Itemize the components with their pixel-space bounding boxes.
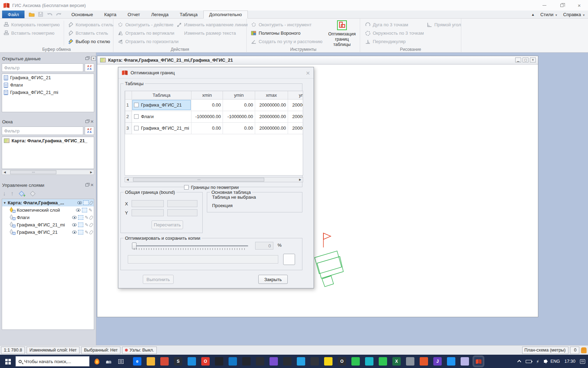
editable-layer-indicator[interactable]: Изменяемый слой: Нет [27,347,79,354]
geometry-bounds-checkbox[interactable] [184,185,189,190]
contour-action-button[interactable]: Оконтурить - действие [116,20,180,29]
color-picker-button[interactable] [283,254,295,265]
close-button[interactable]: × [570,0,588,11]
taskbar-app-icon-app-gray[interactable] [406,357,414,366]
taskbar-app-icon-app-dark-2[interactable] [215,357,223,366]
taskbar-search[interactable]: Чтобы начать поиск,... [15,356,90,367]
move-layer-down-icon[interactable]: ↓ [3,191,6,197]
circle-3-points-button[interactable]: Окружность по 3 точкам [364,29,425,37]
list-item[interactable]: Графика_ФГИС_21_mi [2,89,94,96]
layer-row[interactable]: Графика_ФГИС_21 ✎ [2,229,94,236]
map-restore-icon[interactable]: ▢ [523,57,528,62]
battery-icon[interactable] [526,360,532,363]
projection-indicator[interactable]: План-схема (метры) [522,347,568,354]
taskbar-app-icon-app-purple[interactable] [270,357,278,366]
scale-indicator[interactable]: 1:1 780.8 [1,347,25,354]
selected-indicator[interactable]: Выбранный: Нет [81,347,120,354]
taskbar-app-icon-browser-edge[interactable]: e [133,357,141,366]
horizontal-scrollbar[interactable]: ◀ ▶ [2,170,94,175]
tab-osnovnye[interactable]: Основные [66,11,99,18]
run-button[interactable]: Выполнить [143,275,174,284]
paste-style-button[interactable]: Вставить стиль [66,29,115,37]
nodes-indicator[interactable]: Узлы: Выкл. [122,347,157,354]
layer-row[interactable]: Графика_ФГИС_21_mi ✎ [2,221,94,229]
dialog-titlebar[interactable]: Оптимизация границ [118,67,314,79]
visibility-eye-icon[interactable] [72,216,77,219]
tab-tablica[interactable]: Таблица [174,11,203,18]
taskbar-app-icon-whatsapp[interactable] [351,357,360,366]
file-menu-button[interactable]: Файл [2,11,24,18]
taskbar-app-icon-app-dark-4[interactable] [310,357,319,366]
expand-icon[interactable]: ▼ [3,201,6,205]
taskbar-app-icon-app-yellow[interactable] [324,357,332,366]
layers-tree-root[interactable]: ▼ Карта: Флаги,Графика_... [2,199,94,206]
voronoi-polygons-button[interactable]: Полигоны Вороного [250,29,324,37]
taskbar-app-icon-gis-axioma-active[interactable] [474,357,483,366]
clock[interactable]: 17:30 [565,359,575,364]
selection-box-icon[interactable] [82,208,87,212]
task-view-icon[interactable] [116,356,125,367]
styles-menu[interactable]: Стили▼ [540,12,558,17]
perpendicular-button[interactable]: Перпендикуляр [364,37,425,46]
taskbar-app-icon-app-dark-circle-2[interactable]: O [338,357,346,366]
selection-box-icon[interactable] [78,230,83,234]
close-panel-icon[interactable]: ✕ [90,120,94,123]
xmax-input[interactable] [167,200,197,207]
tab-legenda[interactable]: Легенда [146,11,174,18]
power-icon[interactable]: ⚡ [536,359,539,364]
open-folder-icon[interactable] [28,11,35,18]
float-panel-icon[interactable] [85,184,89,186]
taskbar-app-icon-app-blue-2[interactable] [447,357,455,366]
copy-geometry-button[interactable]: Копировать геометрию [2,20,61,29]
create-by-angle-distance-button[interactable]: Создать по углу и расстоянию [250,37,324,46]
col-header-xmax[interactable]: xmax [255,91,288,99]
ymax-input[interactable] [167,209,197,216]
taskbar-app-icon-app-dark-red[interactable] [283,357,292,366]
tab-otchet[interactable]: Отчет [122,11,146,18]
visibility-eye-icon[interactable] [76,209,80,212]
taskbar-app-icon-app-orange[interactable] [420,357,428,366]
change-line-direction-button[interactable]: Изменить направление линии [175,20,249,29]
flip-horizontal-button[interactable]: Отразить по горизонтали [116,37,180,46]
map-close-icon[interactable]: ✕ [530,57,536,62]
col-header-xmin[interactable]: xmin [191,91,223,99]
map-minimize-icon[interactable]: ▁ [515,57,521,62]
select-by-style-button[interactable]: Выбор по стилю [66,37,115,46]
paste-geometry-button[interactable]: Вставить геометрию [2,29,61,37]
flip-vertical-button[interactable]: Отразить по вертикали [116,29,180,37]
sort-az-icon[interactable]: A ZZ A [85,63,94,72]
taskbar-app-icon-app-teal[interactable] [365,357,373,366]
edit-pencil-icon[interactable]: ✎ [89,207,92,213]
xmin-input[interactable] [132,200,164,207]
scroll-left-icon[interactable]: ◀ [125,177,130,182]
collapse-ribbon-icon[interactable]: ▲ [531,13,535,16]
visibility-eye-icon[interactable] [77,201,82,204]
taskbar-app-icon-excel[interactable]: X [392,357,401,366]
ymin-input[interactable] [132,209,164,216]
scroll-thumb[interactable] [10,170,56,174]
float-panel-icon[interactable] [85,57,89,60]
scroll-right-icon[interactable]: ▶ [89,170,94,175]
highlights-flame-icon[interactable] [92,356,102,367]
list-item[interactable]: Графика_ФГИС_21 [2,74,94,81]
optimize-table-bounds-button[interactable]: Оптимизация границ таблицы [326,20,358,48]
taskbar-app-icon-app-lavender[interactable] [461,357,469,366]
visibility-eye-icon[interactable] [72,223,77,226]
float-panel-icon[interactable] [85,120,89,123]
sort-az-icon[interactable]: A ZZ A [85,127,94,135]
row-checkbox[interactable] [134,103,139,107]
recalculate-button[interactable]: Пересчитать [152,220,183,229]
add-layer-icon[interactable]: + [19,191,25,197]
help-menu[interactable]: Справка▼ [563,12,585,17]
row-checkbox[interactable] [134,114,139,119]
pan-hand-icon[interactable] [581,347,587,353]
change-text-size-button[interactable]: Изменить размер текста [175,29,249,37]
close-panel-icon[interactable]: ✕ [90,183,94,187]
edit-pencil-icon[interactable]: ✎ [85,230,89,235]
move-layer-up-icon[interactable]: ↑ [11,191,14,197]
start-button[interactable] [0,355,15,368]
col-header-ymin[interactable]: ymin [223,91,255,99]
layer-row[interactable]: Флаги ✎ [2,214,94,221]
action-center-icon[interactable] [580,359,585,364]
scroll-thumb[interactable] [133,178,264,182]
